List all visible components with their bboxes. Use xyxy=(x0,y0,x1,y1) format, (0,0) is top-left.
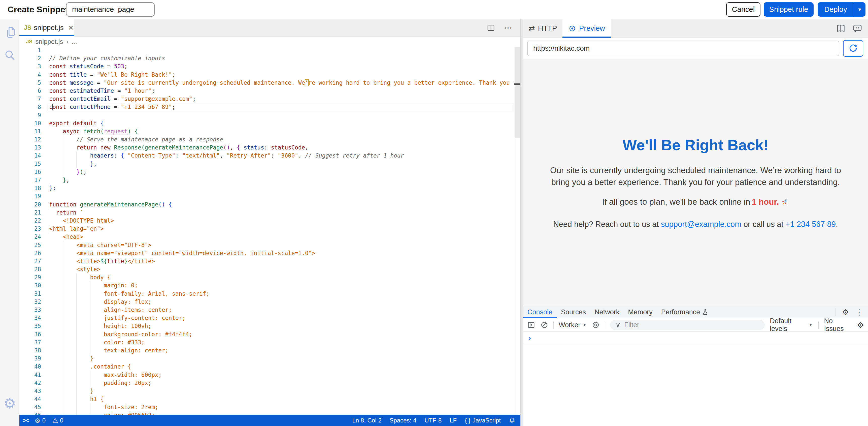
url-input[interactable] xyxy=(527,40,839,56)
code-line[interactable]: 31 font-family: Arial, sans-serif; xyxy=(20,290,514,298)
devtools-tab-memory[interactable]: Memory xyxy=(624,306,657,318)
devtools-settings-gear-icon[interactable]: ⚙ xyxy=(842,308,849,317)
console-filter[interactable] xyxy=(610,320,765,330)
encoding[interactable]: UTF-8 xyxy=(425,417,441,424)
settings-gear-icon[interactable]: ⚙ xyxy=(0,397,20,410)
issues-counter[interactable]: No Issues xyxy=(824,317,852,333)
code-line[interactable]: 20function generateMaintenancePage() { xyxy=(20,200,514,208)
editor-scrollbar[interactable] xyxy=(514,46,520,415)
code-line[interactable]: 10export default { xyxy=(20,119,514,127)
problems-warnings[interactable]: ⚠ 0 xyxy=(52,417,63,425)
code-line[interactable]: 14 headers: { "Content-Type": "text/html… xyxy=(20,151,514,160)
console-settings-gear-icon[interactable]: ⚙ xyxy=(857,321,864,330)
code-line[interactable]: 4const title = "We'll Be Right Back!"; xyxy=(20,70,514,79)
code-line[interactable]: 41 max-width: 600px; xyxy=(20,371,514,379)
code-line[interactable]: 33 align-items: center; xyxy=(20,306,514,314)
cursor-position[interactable]: Ln 8, Col 2 xyxy=(352,417,381,424)
support-email-link[interactable]: support@example.com xyxy=(661,220,741,229)
line-number: 16 xyxy=(20,168,41,176)
notifications-bell-icon[interactable] xyxy=(509,417,515,424)
documentation-book-icon[interactable] xyxy=(836,24,846,33)
more-actions-icon[interactable]: ⋯ xyxy=(504,23,513,33)
code-line[interactable]: 29 body { xyxy=(20,273,514,281)
phone-link[interactable]: +1 234 567 89 xyxy=(786,220,836,229)
refresh-button[interactable] xyxy=(843,40,863,57)
code-line[interactable]: 46 color: #0056b3; xyxy=(20,411,514,415)
code-line[interactable]: 12 // Serve the maintenance page as a re… xyxy=(20,135,514,143)
code-line[interactable]: 19 xyxy=(20,192,514,200)
console-context-selector[interactable]: Worker▼ xyxy=(559,321,587,329)
code-line[interactable]: 43 } xyxy=(20,387,514,395)
snippet-rule-button[interactable]: Snippet rule xyxy=(764,2,814,17)
code-line[interactable]: 5const message = "Our site is currently … xyxy=(20,79,514,87)
tab-preview[interactable]: Preview xyxy=(562,19,611,38)
code-editor[interactable]: 12// Define your customizable inputs3con… xyxy=(20,46,514,415)
code-line[interactable]: 27 <title>${title}</title> xyxy=(20,257,514,265)
code-line[interactable]: 38 text-align: center; xyxy=(20,346,514,354)
console-sidebar-toggle-icon[interactable] xyxy=(527,321,535,329)
code-line[interactable]: 13 return new Response(generateMaintenan… xyxy=(20,143,514,151)
log-levels-dropdown[interactable]: Default levels▼ xyxy=(770,317,813,333)
close-tab-icon[interactable]: ✕ xyxy=(68,24,74,32)
code-line[interactable]: 21 return ` xyxy=(20,208,514,217)
devtools-menu-kebab-icon[interactable]: ⋮ xyxy=(856,308,863,317)
code-line[interactable]: 8const contactPhone = "+1 234 567 89"; xyxy=(20,103,514,111)
devtools-tab-console[interactable]: Console xyxy=(523,306,557,318)
breadcrumb-file[interactable]: snippet.js xyxy=(35,38,63,46)
code-line[interactable]: 16 }); xyxy=(20,168,514,176)
breadcrumb[interactable]: JS snippet.js › … xyxy=(20,36,520,47)
scrollbar-thumb[interactable] xyxy=(515,47,520,138)
deploy-dropdown-button[interactable]: ▾ xyxy=(854,2,866,17)
code-line[interactable]: 39 } xyxy=(20,354,514,363)
devtools-tab-performance[interactable]: Performance xyxy=(657,306,713,318)
code-line[interactable]: 9 xyxy=(20,111,514,119)
breadcrumb-more[interactable]: … xyxy=(71,38,78,46)
devtools-tab-network[interactable]: Network xyxy=(590,306,624,318)
tab-snippet-js[interactable]: JS snippet.js ✕ xyxy=(20,19,74,36)
eol-sequence[interactable]: LF xyxy=(450,417,457,424)
remote-indicator-icon[interactable]: >< xyxy=(23,417,28,424)
code-line[interactable]: 35 height: 100vh; xyxy=(20,322,514,330)
code-line[interactable]: 30 margin: 0; xyxy=(20,281,514,289)
code-line[interactable]: 28 <style> xyxy=(20,265,514,273)
code-line[interactable]: 18}; xyxy=(20,184,514,192)
tab-http[interactable]: ⇄ HTTP xyxy=(523,19,562,38)
code-line[interactable]: 34 justify-content: center; xyxy=(20,314,514,322)
cancel-button[interactable]: Cancel xyxy=(726,2,761,17)
filter-input[interactable] xyxy=(624,321,760,329)
code-line[interactable]: 17 }, xyxy=(20,176,514,184)
deploy-button[interactable]: Deploy xyxy=(817,2,854,17)
problems-errors[interactable]: ⊗ 0 xyxy=(35,417,45,425)
code-line[interactable]: 25 <meta charset="UTF-8"> xyxy=(20,241,514,249)
language-mode[interactable]: { } JavaScript xyxy=(465,417,501,424)
devtools-tab-sources[interactable]: Sources xyxy=(557,306,590,318)
code-line[interactable]: 15 }, xyxy=(20,160,514,168)
code-line[interactable]: 40 .container { xyxy=(20,363,514,371)
code-line[interactable]: 22 <!DOCTYPE html> xyxy=(20,217,514,225)
search-icon[interactable] xyxy=(0,49,20,61)
code-line[interactable]: 11 async fetch(request) { xyxy=(20,127,514,135)
console-prompt-row[interactable]: › xyxy=(523,332,868,343)
files-icon[interactable] xyxy=(0,26,20,38)
code-line[interactable]: 26 <meta name="viewport" content="width=… xyxy=(20,249,514,257)
code-line[interactable]: 45 font-size: 2rem; xyxy=(20,403,514,411)
clear-console-icon[interactable] xyxy=(540,321,548,329)
code-line[interactable]: 6const estimatedTime = "1 hour"; xyxy=(20,87,514,95)
code-line[interactable]: 3const statusCode = 503; xyxy=(20,62,514,70)
code-line[interactable]: 23<html lang="en"> xyxy=(20,225,514,233)
code-line[interactable]: 24 <head> xyxy=(20,233,514,241)
snippet-name-input[interactable] xyxy=(66,2,155,17)
code-line[interactable]: 32 display: flex; xyxy=(20,298,514,306)
pane-resizer[interactable] xyxy=(520,19,523,426)
code-line[interactable]: 2// Define your customizable inputs xyxy=(20,54,514,62)
code-line[interactable]: 44 h1 { xyxy=(20,395,514,403)
code-line[interactable]: 7const contactEmail = "support@example.c… xyxy=(20,95,514,103)
code-line[interactable]: 36 background-color: #f4f4f4; xyxy=(20,330,514,338)
code-line[interactable]: 42 padding: 20px; xyxy=(20,379,514,387)
discord-chat-icon[interactable] xyxy=(852,24,863,33)
live-expression-eye-icon[interactable] xyxy=(592,321,600,329)
split-editor-icon[interactable] xyxy=(487,24,495,32)
code-line[interactable]: 37 color: #333; xyxy=(20,338,514,346)
code-line[interactable]: 1 xyxy=(20,46,514,54)
indentation[interactable]: Spaces: 4 xyxy=(390,417,416,424)
